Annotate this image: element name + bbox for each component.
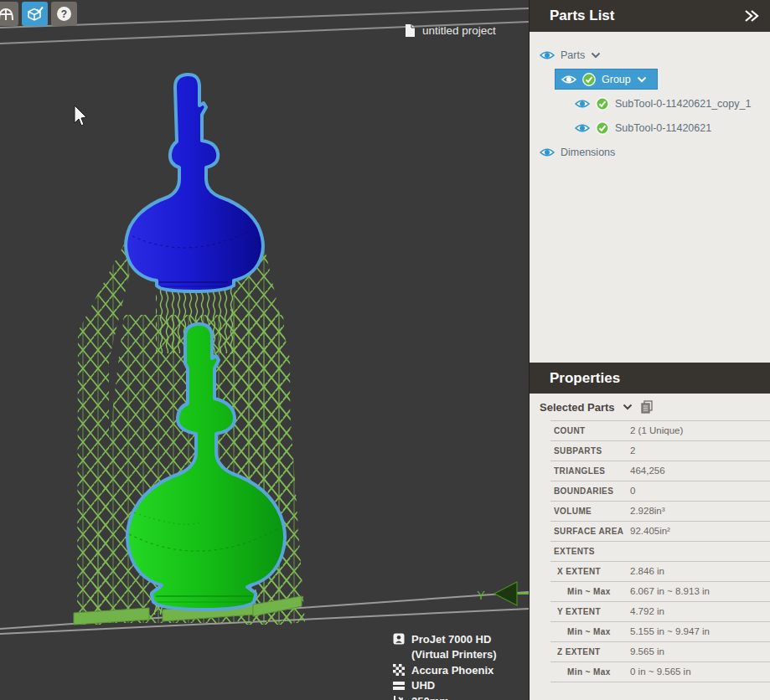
y-axis-label: Y <box>477 588 485 602</box>
row-separator <box>550 621 770 622</box>
property-row-y-extent: Y EXTENT4.792 in <box>530 601 770 621</box>
mode-name: UHD <box>411 679 435 692</box>
property-value: 6.067 in ~ 8.913 in <box>630 586 710 596</box>
viewport-3d[interactable]: Y <box>0 0 529 700</box>
tree-item-label: Dimensions <box>561 147 615 158</box>
row-separator <box>550 641 770 642</box>
row-separator <box>550 461 770 461</box>
row-separator <box>550 521 770 522</box>
properties-end-line <box>550 682 770 682</box>
row-separator <box>550 601 770 602</box>
eye-icon[interactable] <box>540 50 555 60</box>
view-toolbar: ? <box>0 2 77 26</box>
property-value: 4.792 in <box>630 606 664 616</box>
help-button[interactable]: ? <box>51 2 77 26</box>
check-icon <box>596 121 609 135</box>
property-row-triangles: TRIANGLES464,256 <box>530 461 770 481</box>
row-separator <box>550 481 770 481</box>
selected-parts-label: Selected Parts <box>540 401 615 414</box>
property-value: 9.565 in <box>630 646 664 656</box>
app-window: Y <box>0 0 770 700</box>
tree-item-subtool-0-11420621-copy-1[interactable]: SubTool-0-11420621_copy_1 <box>530 91 770 116</box>
printer-sub: (Virtual Printers) <box>411 648 497 661</box>
row-separator <box>550 581 770 582</box>
check-icon <box>582 73 596 86</box>
property-value: 0 in ~ 9.565 in <box>630 667 691 677</box>
selected-parts-section[interactable]: Selected Parts <box>530 394 770 420</box>
tree-item-parts[interactable]: Parts <box>530 43 770 67</box>
property-row-min-max: Min ~ Max5.155 in ~ 9.947 in <box>530 621 770 641</box>
build-size-icon <box>393 695 405 700</box>
mode-row: UHD <box>393 678 497 694</box>
parts-list-header: Parts List <box>530 0 770 32</box>
tree-item-label: SubTool-0-11420621_copy_1 <box>615 98 751 110</box>
property-row-subparts: SUBPARTS2 <box>530 440 770 461</box>
row-separator <box>550 440 770 441</box>
material-row: Accura Phoenix <box>393 662 497 678</box>
parts-tree: Parts Group SubTool-0-11420621_copy_1 Su… <box>530 32 770 363</box>
property-row-z-extent: Z EXTENT9.565 in <box>530 641 770 661</box>
tree-item-group[interactable]: Group <box>530 67 770 91</box>
tree-item-dimensions[interactable]: Dimensions <box>530 140 770 164</box>
property-row-extents: EXTENTS <box>530 541 770 561</box>
y-axis-indicator: Y <box>477 582 529 605</box>
chevron-down-icon[interactable] <box>637 76 647 83</box>
property-label: SUBPARTS <box>554 446 602 456</box>
property-row-x-extent: X EXTENT2.846 in <box>530 561 770 581</box>
printer-name: ProJet 7000 HD <box>411 633 491 646</box>
tree-item-label: Parts <box>561 49 585 61</box>
property-label: Z EXTENT <box>557 647 601 656</box>
eye-icon[interactable] <box>561 75 576 85</box>
size-row: 250mm <box>393 693 497 700</box>
property-value: 5.155 in ~ 9.947 in <box>630 626 710 636</box>
printer-sub-row: (Virtual Printers) <box>393 647 497 663</box>
printer-info: ProJet 7000 HD (Virtual Printers) Accura… <box>393 631 497 700</box>
double-chevron-right-icon[interactable] <box>743 8 760 23</box>
properties-header: Properties <box>530 363 770 394</box>
arch-icon <box>0 7 14 22</box>
tree-item-label: Group <box>602 74 631 85</box>
window-tool-button[interactable] <box>0 2 18 26</box>
row-separator <box>550 661 770 662</box>
property-label: SURFACE AREA <box>554 527 623 536</box>
tree-item-subtool-0-11420621[interactable]: SubTool-0-11420621 <box>530 116 770 140</box>
printer-badge-icon <box>393 633 405 645</box>
property-value: 2.928in³ <box>630 506 665 516</box>
view-cube-check-icon <box>25 6 44 23</box>
parts-list-title: Parts List <box>550 8 614 24</box>
property-value: 2 (1 Unique) <box>630 425 683 435</box>
model-part-blue[interactable] <box>126 75 263 291</box>
eye-icon[interactable] <box>575 123 590 133</box>
selected-tree-item-pill[interactable]: Group <box>555 69 658 90</box>
properties-title: Properties <box>550 370 620 387</box>
view-cube-button[interactable] <box>22 2 48 26</box>
copy-icon[interactable] <box>640 400 654 414</box>
layers-icon <box>393 680 405 692</box>
material-checker-icon <box>393 664 405 676</box>
property-row-volume: VOLUME2.928in³ <box>530 501 770 521</box>
check-icon <box>596 97 609 111</box>
property-label: TRIANGLES <box>554 466 605 476</box>
row-separator <box>550 541 770 542</box>
tree-item-label: SubTool-0-11420621 <box>615 122 711 134</box>
eye-icon[interactable] <box>540 147 555 157</box>
project-name: untitled project <box>422 24 496 37</box>
material-name: Accura Phoenix <box>411 664 494 677</box>
property-row-count: COUNT2 (1 Unique) <box>530 420 770 440</box>
property-value: 464,256 <box>630 466 665 476</box>
property-row-surface-area: SURFACE AREA92.405in² <box>530 521 770 541</box>
file-icon <box>405 23 416 38</box>
row-separator <box>550 501 770 502</box>
property-row-min-max: Min ~ Max6.067 in ~ 8.913 in <box>530 581 770 601</box>
property-label: BOUNDARIES <box>554 486 613 496</box>
property-label: Y EXTENT <box>557 607 601 616</box>
property-value: 2.846 in <box>630 566 664 576</box>
row-separator <box>550 561 770 562</box>
scene-canvas[interactable]: Y <box>0 0 529 700</box>
chevron-down-icon[interactable] <box>591 52 601 59</box>
chevron-down-icon[interactable] <box>623 404 633 410</box>
property-label: EXTENTS <box>554 547 595 556</box>
eye-icon[interactable] <box>575 99 590 109</box>
right-panel: Parts List Parts Group SubTool-0-1142062… <box>529 0 770 700</box>
mouse-cursor <box>75 106 86 126</box>
